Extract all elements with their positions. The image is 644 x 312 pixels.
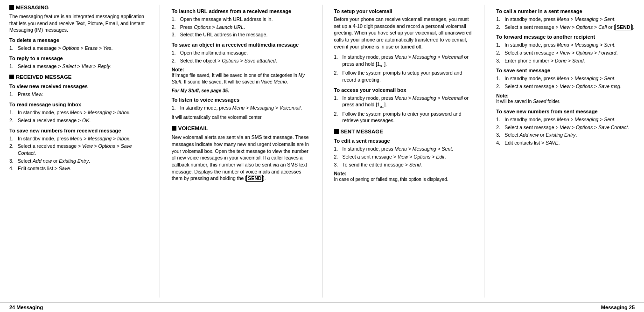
access-voicemail-title: To access your voicemail box	[334, 87, 473, 93]
list-item: 1. In standby mode, press Menu > Messagi…	[9, 109, 148, 116]
list-item: 2. Select the object > Options > Save at…	[172, 57, 310, 64]
reply-message-steps: 1. Select a message > Select > View > Re…	[9, 63, 148, 70]
voicemail-auto-call-text: It will automatically call the voicemail…	[172, 114, 310, 121]
save-object-note-italic: For My Stuff, see page 35.	[172, 88, 310, 93]
list-item: 1. In standby mode, press Menu > Messagi…	[496, 16, 635, 23]
sent-square-icon	[334, 129, 339, 134]
voicemail-square-icon	[172, 126, 176, 131]
forward-message-steps: 1. In standby mode, press Menu > Messagi…	[496, 42, 635, 64]
list-item: 2. Select a sent message > View > Option…	[496, 83, 635, 90]
save-numbers-received-title: To save new numbers from received messag…	[9, 128, 148, 133]
access-voicemail-steps: 1. In standby mode, press Menu > Messagi…	[334, 95, 473, 124]
setup-voicemail-steps: 1. In standby mode, press Menu > Messagi…	[334, 54, 473, 83]
call-number-sent-steps: 1. In standby mode, press Menu > Messagi…	[496, 16, 635, 30]
messaging-square-icon	[9, 5, 14, 10]
save-object-steps: 1. Open the multimedia message. 2. Selec…	[172, 49, 310, 64]
list-item: 2. Select a sent message > View > Option…	[496, 24, 635, 31]
list-item: 3. Select Add new or Existing Entry.	[9, 158, 148, 165]
page-container: MESSAGING The messaging feature is an in…	[0, 0, 644, 312]
edit-sent-title: To edit a sent message	[334, 138, 473, 144]
save-object-note-label: Note:	[172, 67, 310, 72]
edit-sent-note-text: In case of pening or failed msg, this op…	[334, 176, 473, 183]
list-item: 2. Select a sent message > View > Option…	[496, 124, 635, 131]
list-item: 2. Follow the system prompts to setup yo…	[334, 69, 473, 83]
list-item: 1. In standby mode, press Menu > Messagi…	[496, 75, 635, 82]
messaging-section-title: MESSAGING	[9, 5, 148, 10]
send-box-icon: SEND	[246, 175, 263, 182]
voicemail-text: New voicemail alerts are sent via an SMS…	[172, 134, 310, 182]
launch-url-steps: 1. Open the message with URL address is …	[172, 16, 310, 38]
save-sent-steps: 1. In standby mode, press Menu > Messagi…	[496, 75, 635, 90]
reply-message-title: To reply to a message	[9, 55, 148, 61]
list-item: 1. In standby mode, press Menu > Messagi…	[334, 146, 473, 153]
view-received-title: To view new received messages	[9, 83, 148, 89]
content-area: MESSAGING The messaging feature is an in…	[0, 0, 644, 302]
footer-left-page: 24 Messaging	[9, 305, 43, 310]
list-item: 1. Press View.	[9, 91, 148, 98]
sent-message-section-title: SENT MESSAGE	[334, 129, 473, 134]
messaging-intro: The messaging feature is an integrated m…	[9, 13, 148, 34]
list-item: 1. Select a message > Select > View > Re…	[9, 63, 148, 70]
list-item: 1. In standby mode, press Menu > Messagi…	[496, 116, 635, 123]
edit-sent-note-label: Note:	[334, 171, 473, 176]
col-divider-1	[160, 5, 160, 298]
view-received-steps: 1. Press View.	[9, 91, 148, 98]
list-item: 1. In standby mode, press Menu > Messagi…	[334, 54, 473, 69]
save-numbers-sent-steps: 1. In standby mode, press Menu > Messagi…	[496, 116, 635, 146]
list-item: 3. Enter phone number > Done > Send.	[496, 57, 635, 64]
save-numbers-sent-title: To save new numbers from sent message	[496, 109, 635, 114]
list-item: 2. Select a received message > OK.	[9, 117, 148, 124]
list-item: 2. Select a received message > View > Op…	[9, 143, 148, 156]
list-item: 1. In standby mode, press Menu > Messagi…	[172, 104, 310, 111]
delete-message-steps: 1. Select a message > Options > Erase > …	[9, 45, 148, 52]
footer-right-page: Messaging 25	[601, 305, 635, 310]
save-sent-title: To save sent message	[496, 68, 635, 73]
column-2: To launch URL address from a received me…	[172, 5, 310, 298]
list-item: 1. In standby mode, press Menu > Messagi…	[334, 95, 473, 110]
call-number-sent-title: To call a number in a sent message	[496, 8, 635, 14]
save-sent-note-label: Note:	[496, 93, 635, 98]
received-square-icon	[9, 75, 14, 79]
column-1: MESSAGING The messaging feature is an in…	[9, 5, 148, 298]
column-4: To call a number in a sent message 1. In…	[496, 5, 635, 298]
read-inbox-steps: 1. In standby mode, press Menu > Messagi…	[9, 109, 148, 124]
launch-url-title: To launch URL address from a received me…	[172, 8, 310, 14]
list-item: 4. Edit contacts list > Save.	[9, 165, 148, 172]
received-title: RECEIVED MESSAGE	[16, 74, 72, 80]
list-item: 1. Open the multimedia message.	[172, 49, 310, 56]
list-item: 3. Select the URL address in the message…	[172, 31, 310, 38]
list-item: 1. Open the message with URL address is …	[172, 16, 310, 23]
read-inbox-title: To read message using Inbox	[9, 102, 148, 107]
edit-sent-steps: 1. In standby mode, press Menu > Messagi…	[334, 146, 473, 168]
listen-voice-steps: 1. In standby mode, press Menu > Messagi…	[172, 104, 310, 111]
col-divider-3	[484, 5, 484, 298]
forward-message-title: To forward message to another recipient	[496, 34, 635, 40]
setup-voicemail-title: To setup your voicemail	[334, 8, 473, 14]
received-message-section-title: RECEIVED MESSAGE	[9, 74, 148, 80]
delete-message-title: To delete a message	[9, 37, 148, 43]
footer-bar: 24 Messaging Messaging 25	[0, 302, 644, 312]
messaging-title: MESSAGING	[16, 5, 49, 10]
save-object-title: To save an object in a received multimed…	[172, 42, 310, 48]
save-object-note-text: If image file saved, It will be saved in…	[172, 72, 310, 85]
list-item: 2. Press Options > Launch URL.	[172, 24, 310, 31]
list-item: 2. Select a sent message > View > Option…	[334, 153, 473, 160]
voicemail-section-title: VOICEMAIL	[172, 125, 310, 131]
voicemail-title: VOICEMAIL	[178, 125, 208, 131]
list-item: 4. Edit contacts list > SAVE.	[496, 139, 635, 146]
save-sent-note-text: It will be saved in Saved folder.	[496, 98, 635, 105]
list-item: 1. In standby mode, press Menu > Messagi…	[9, 135, 148, 142]
list-item: 2. Select a sent message > View > Option…	[496, 49, 635, 56]
setup-voicemail-intro: Before your phone can receive voicemail …	[334, 16, 473, 50]
send-box-icon-2: SEND	[615, 24, 631, 31]
column-3: To setup your voicemail Before your phon…	[334, 5, 473, 298]
list-item: 3. To send the edited message > Send.	[334, 161, 473, 168]
col-divider-2	[322, 5, 322, 298]
list-item: 1. In standby mode, press Menu > Messagi…	[496, 42, 635, 49]
sent-title: SENT MESSAGE	[341, 129, 383, 134]
list-item: 1. Select a message > Options > Erase > …	[9, 45, 148, 52]
save-numbers-received-steps: 1. In standby mode, press Menu > Messagi…	[9, 135, 148, 172]
listen-voice-title: To listen to voice messages	[172, 97, 310, 103]
list-item: 2. Follow the system prompts to enter yo…	[334, 111, 473, 124]
list-item: 3. Select Add new or Existing Entry.	[496, 132, 635, 139]
